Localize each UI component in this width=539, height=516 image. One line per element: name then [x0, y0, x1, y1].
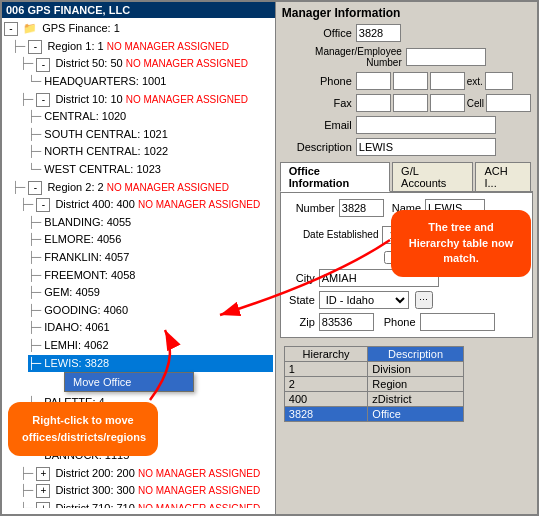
no-manager-district-400: NO MANAGER ASSIGNED — [138, 199, 260, 210]
district-10-label: District 10: 10 — [55, 93, 122, 105]
tree-node-gooding[interactable]: ├─ GOODING: 4060 — [28, 302, 273, 320]
email-row: Email — [276, 114, 537, 136]
tree-node-district-710[interactable]: └─ + District 710: 710 NO MANAGER ASSIGN… — [20, 500, 273, 508]
tree-node-blanding[interactable]: ├─ BLANDING: 4055 — [28, 214, 273, 232]
tree-node-central[interactable]: ├─ CENTRAL: 1020 — [28, 108, 273, 126]
no-manager-district-300: NO MANAGER ASSIGNED — [138, 485, 260, 496]
table-row[interactable]: 1 Division — [284, 362, 463, 377]
tree-node-north-central[interactable]: ├─ NORTH CENTRAL: 1022 — [28, 143, 273, 161]
email-label: Email — [282, 119, 352, 131]
tab-ach[interactable]: ACH I... — [475, 162, 531, 191]
blanding-label: BLANDING: 4055 — [44, 216, 131, 228]
description-cell-selected: Office — [368, 407, 463, 422]
description-label: Description — [282, 141, 352, 153]
state-select[interactable]: ID - Idaho — [319, 291, 409, 309]
tree-node-district-200[interactable]: ├─ + District 200: 200 NO MANAGER ASSIGN… — [20, 465, 273, 483]
expand-icon-region-2[interactable]: - — [28, 181, 42, 195]
cell-input[interactable] — [486, 94, 531, 112]
ext-label: ext. — [467, 76, 483, 87]
tree-node-district-400[interactable]: ├─ - District 400: 400 NO MANAGER ASSIGN… — [20, 196, 273, 214]
manager-info-title: Manager Information — [276, 2, 537, 22]
tree-node-freemont[interactable]: ├─ FREEMONT: 4058 — [28, 267, 273, 285]
context-menu: Move Office — [64, 372, 194, 392]
tree-node-district-50[interactable]: ├─ - District 50: 50 NO MANAGER ASSIGNED — [20, 55, 273, 73]
office-phone-input[interactable] — [420, 313, 495, 331]
expand-icon-district-300[interactable]: + — [36, 484, 50, 498]
tree-node-region-2[interactable]: ├─ - Region 2: 2 NO MANAGER ASSIGNED — [12, 179, 273, 197]
state-label: State — [285, 294, 315, 306]
office-number-input[interactable] — [339, 199, 384, 217]
tree-node-elmore[interactable]: ├─ ELMORE: 4056 — [28, 231, 273, 249]
ext-input[interactable] — [485, 72, 513, 90]
tab-office-information[interactable]: Office Information — [280, 162, 390, 192]
tree-node-west-central[interactable]: └─ WEST CENTRAL: 1023 — [28, 161, 273, 179]
description-cell: Region — [368, 377, 463, 392]
tab-gl-accounts[interactable]: G/L Accounts — [392, 162, 473, 191]
hierarchy-cell: 400 — [284, 392, 368, 407]
office-input[interactable] — [356, 24, 401, 42]
tree-node-gem[interactable]: ├─ GEM: 4059 — [28, 284, 273, 302]
phone-input-1[interactable] — [356, 72, 391, 90]
phone-group: ext. — [356, 72, 513, 90]
hierarchy-cell-selected: 3828 — [284, 407, 368, 422]
zip-row: Zip Phone — [285, 311, 528, 333]
office-label: Office — [282, 27, 352, 39]
tree-node-lemhi[interactable]: ├─ LEMHI: 4062 — [28, 337, 273, 355]
expand-icon-district-200[interactable]: + — [36, 467, 50, 481]
phone-label: Phone — [282, 75, 352, 87]
phone-row: Phone ext. — [276, 70, 537, 92]
hierarchy-col-header: Hierarchy — [284, 347, 368, 362]
expand-icon-district-400[interactable]: - — [36, 198, 50, 212]
district-400-label: District 400: 400 — [55, 198, 134, 210]
expand-icon-district-710[interactable]: + — [36, 502, 50, 508]
phone-input-3[interactable] — [430, 72, 465, 90]
expand-icon-district-50[interactable]: - — [36, 58, 50, 72]
fax-group: Cell — [356, 94, 531, 112]
phone-label-office: Phone — [384, 316, 416, 328]
tree-node-hq[interactable]: └─ HEADQUARTERS: 1001 — [28, 73, 273, 91]
hierarchy-cell: 1 — [284, 362, 368, 377]
table-row[interactable]: 400 zDistrict — [284, 392, 463, 407]
tree-node-franklin[interactable]: ├─ FRANKLIN: 4057 — [28, 249, 273, 267]
tab-bar: Office Information G/L Accounts ACH I... — [280, 162, 533, 192]
south-central-label: SOUTH CENTRAL: 1021 — [44, 128, 167, 140]
expand-icon-region-1[interactable]: - — [28, 40, 42, 54]
idaho-label: IDAHO: 4061 — [44, 321, 109, 333]
tree-node-district-300[interactable]: ├─ + District 300: 300 NO MANAGER ASSIGN… — [20, 482, 273, 500]
district-710-label: District 710: 710 — [55, 502, 134, 508]
table-row-selected[interactable]: 3828 Office — [284, 407, 463, 422]
fax-input-3[interactable] — [430, 94, 465, 112]
description-row: Description — [276, 136, 537, 158]
date-label: Date Established — [285, 229, 379, 240]
tree-root-label: 006 GPS FINANCE, LLC — [6, 4, 130, 16]
phone-input-2[interactable] — [393, 72, 428, 90]
zip-input[interactable] — [319, 313, 374, 331]
tooltip-right: The tree and Hierarchy table now match. — [391, 210, 531, 277]
tree-node-region-1[interactable]: ├─ - Region 1: 1 NO MANAGER ASSIGNED — [12, 38, 273, 56]
state-picker-button[interactable]: ⋯ — [415, 291, 433, 309]
description-cell: zDistrict — [368, 392, 463, 407]
email-input[interactable] — [356, 116, 496, 134]
no-manager-district-10: NO MANAGER ASSIGNED — [126, 94, 248, 105]
tree-node-gps-finance[interactable]: - 📁 GPS Finance: 1 — [4, 20, 273, 38]
hierarchy-table: Hierarchy Description 1 Division 2 Regio… — [284, 346, 464, 422]
expand-icon-district-10[interactable]: - — [36, 93, 50, 107]
description-input[interactable] — [356, 138, 496, 156]
tree-node-south-central[interactable]: ├─ SOUTH CENTRAL: 1021 — [28, 126, 273, 144]
tree-node-district-10[interactable]: ├─ - District 10: 10 NO MANAGER ASSIGNED — [20, 91, 273, 109]
manager-input[interactable] — [406, 48, 486, 66]
tooltip-right-text: The tree and Hierarchy table now match. — [409, 221, 514, 264]
tree-node-idaho[interactable]: ├─ IDAHO: 4061 — [28, 319, 273, 337]
fax-input-1[interactable] — [356, 94, 391, 112]
zip-label: Zip — [285, 316, 315, 328]
tree-node-lewis[interactable]: ├─ LEWIS: 3828 — [28, 355, 273, 373]
tooltip-left-text: Right-click to move offices/districts/re… — [22, 414, 146, 443]
fax-input-2[interactable] — [393, 94, 428, 112]
expand-icon-gps-finance[interactable]: - — [4, 22, 18, 36]
context-menu-move-office[interactable]: Move Office — [65, 373, 193, 391]
fax-label: Fax — [282, 97, 352, 109]
table-row[interactable]: 2 Region — [284, 377, 463, 392]
freemont-label: FREEMONT: 4058 — [44, 269, 135, 281]
hierarchy-cell: 2 — [284, 377, 368, 392]
north-central-label: NORTH CENTRAL: 1022 — [44, 145, 168, 157]
